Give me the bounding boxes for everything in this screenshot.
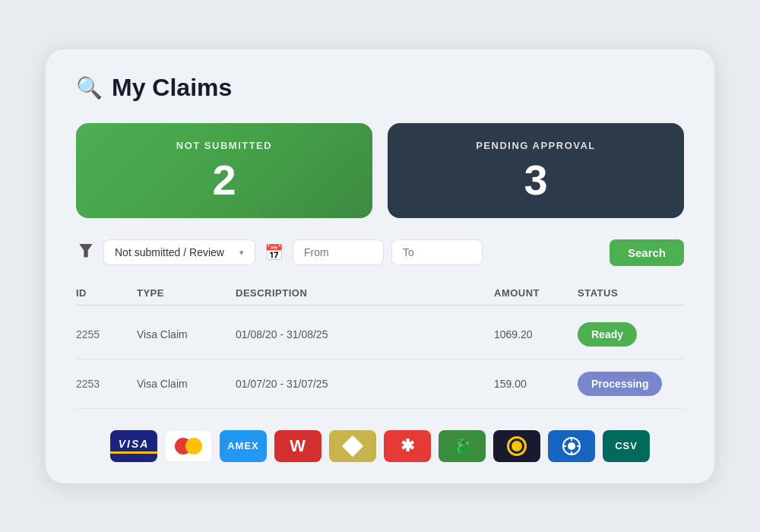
svg-point-1	[568, 442, 575, 450]
circle-inner	[511, 441, 522, 451]
chevron-down-icon: ▾	[239, 248, 244, 258]
to-date-input[interactable]	[391, 239, 483, 265]
search-icon: 🔍	[76, 75, 103, 100]
cell-type-0: Visa Claim	[137, 328, 236, 340]
table-header: ID TYPE DESCRIPTION AMOUNT STATUS	[76, 281, 684, 306]
payment-icon-circle-bank[interactable]	[493, 430, 540, 462]
cell-amount-0: 1069.20	[494, 328, 578, 340]
stat-pending-label: PENDING APPROVAL	[406, 140, 666, 151]
cell-status-0: Ready	[578, 322, 684, 347]
page-header: 🔍 My Claims	[76, 74, 684, 102]
payment-icon-commbank[interactable]	[329, 430, 376, 462]
from-date-input[interactable]	[293, 239, 384, 265]
filter-row: Not submitted / Review ▾ 📅 Search	[76, 239, 684, 266]
search-button[interactable]: Search	[610, 239, 684, 266]
bankwest-star-icon: ✱	[401, 436, 415, 456]
main-container: 🔍 My Claims NOT SUBMITTED 2 PENDING APPR…	[46, 49, 714, 483]
payment-icons-row: VISA AMEX W ✱ 🐉	[76, 430, 684, 462]
payment-icon-csv[interactable]: CSV	[603, 430, 650, 462]
status-filter-label: Not submitted / Review	[115, 246, 224, 258]
status-filter-dropdown[interactable]: Not submitted / Review ▾	[103, 239, 255, 265]
col-description: DESCRIPTION	[236, 287, 494, 299]
commbank-diamond	[342, 435, 363, 456]
payment-icon-amex[interactable]: AMEX	[220, 430, 267, 462]
payment-icon-westpac[interactable]: W	[274, 430, 321, 462]
cell-amount-1: 159.00	[494, 378, 578, 390]
table-row[interactable]: 2253 Visa Claim 01/07/20 - 31/07/25 159.…	[76, 359, 684, 409]
circle-logo	[507, 436, 527, 456]
status-badge-processing[interactable]: Processing	[578, 372, 662, 396]
cell-status-1: Processing	[578, 372, 684, 396]
table-row[interactable]: 2255 Visa Claim 01/08/20 - 31/08/25 1069…	[76, 310, 684, 359]
status-badge-ready[interactable]: Ready	[578, 322, 637, 347]
dragon-icon: 🐉	[454, 438, 471, 454]
payment-icon-dragon[interactable]: 🐉	[439, 430, 486, 462]
visa-label: VISA	[119, 438, 150, 450]
stat-not-submitted[interactable]: NOT SUBMITTED 2	[76, 123, 372, 218]
col-id: ID	[76, 287, 137, 299]
payment-icon-visa[interactable]: VISA	[110, 430, 157, 462]
page-title: My Claims	[112, 74, 232, 102]
cell-id-0: 2255	[76, 328, 137, 340]
cell-description-0: 01/08/20 - 31/08/25	[236, 328, 494, 340]
stat-not-submitted-value: 2	[94, 159, 354, 201]
col-type: TYPE	[137, 287, 236, 299]
cell-description-1: 01/07/20 - 31/07/25	[236, 378, 494, 390]
col-status: STATUS	[578, 287, 684, 299]
stat-pending-approval[interactable]: PENDING APPROVAL 3	[388, 123, 684, 218]
cell-id-1: 2253	[76, 378, 137, 390]
payment-icon-blue-bank[interactable]	[548, 430, 595, 462]
payment-icon-bankwest[interactable]: ✱	[384, 430, 431, 462]
stat-pending-value: 3	[406, 159, 666, 201]
col-amount: AMOUNT	[494, 287, 578, 299]
stat-not-submitted-label: NOT SUBMITTED	[94, 140, 354, 151]
westpac-logo: W	[290, 436, 306, 456]
stats-row: NOT SUBMITTED 2 PENDING APPROVAL 3	[76, 123, 684, 218]
blue-bank-icon	[562, 436, 581, 456]
filter-icon	[76, 244, 96, 261]
visa-bar	[110, 451, 157, 454]
mc-yellow-circle	[185, 438, 202, 454]
calendar-icon: 📅	[263, 243, 285, 261]
mastercard-circles	[175, 438, 202, 454]
payment-icon-mastercard[interactable]	[165, 430, 212, 462]
cell-type-1: Visa Claim	[137, 378, 236, 390]
claims-table: ID TYPE DESCRIPTION AMOUNT STATUS 2255 V…	[76, 281, 684, 409]
